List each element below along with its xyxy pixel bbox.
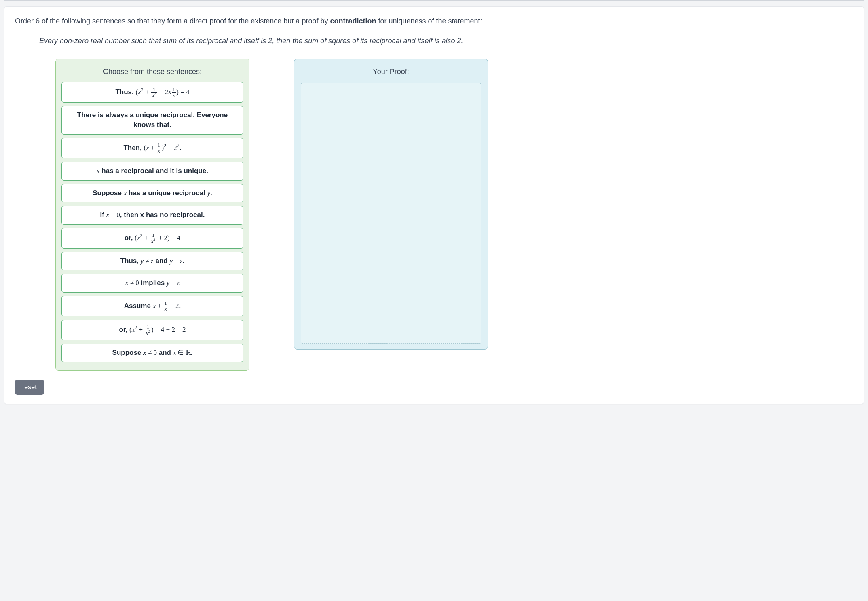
txt: Suppose bbox=[93, 189, 124, 197]
math-expr: (x + 1x)2 = 22 bbox=[144, 144, 179, 152]
sentence-prefix: or, bbox=[119, 326, 129, 333]
sentence-prefix: or, bbox=[125, 234, 135, 242]
txt: Suppose bbox=[112, 349, 144, 356]
proof-drop-zone[interactable] bbox=[301, 83, 481, 344]
math-expr: x ≠ 0 bbox=[125, 279, 139, 287]
sentence-item[interactable]: Thus, (x2 + 1x2 + 2x1x) = 4 bbox=[61, 82, 243, 103]
sentence-suffix: . bbox=[179, 302, 181, 310]
sentence-item[interactable]: or, (x2 + 1x2) = 4 − 2 = 2 bbox=[61, 320, 243, 340]
sentence-text: There is always a unique reciprocal. Eve… bbox=[77, 111, 228, 129]
sentence-item[interactable]: Then, (x + 1x)2 = 22. bbox=[61, 138, 243, 158]
math-expr: (x2 + 1x2 + 2) = 4 bbox=[135, 234, 180, 242]
math-expr: x + 1x = 2 bbox=[153, 302, 179, 310]
sentence-item[interactable]: Assume x + 1x = 2. bbox=[61, 296, 243, 316]
math-expr: y bbox=[207, 189, 211, 197]
math-expr: y = z bbox=[167, 279, 180, 287]
txt: . bbox=[183, 257, 185, 265]
txt: , then x has no reciprocal. bbox=[120, 211, 205, 219]
math-expr: x ∈ ℝ bbox=[173, 349, 191, 356]
top-divider bbox=[4, 0, 864, 1]
prompt-bold: contradiction bbox=[330, 17, 376, 25]
question-card: Order 6 of the following sentences so th… bbox=[4, 6, 864, 404]
sentence-item[interactable]: x ≠ 0 implies y = z bbox=[61, 274, 243, 293]
target-panel-title: Your Proof: bbox=[300, 64, 482, 82]
reset-button[interactable]: reset bbox=[15, 380, 44, 395]
sentence-item[interactable]: x has a reciprocal and it is unique. bbox=[61, 162, 243, 181]
math-expr: y ≠ z bbox=[141, 257, 154, 265]
math-expr: (x2 + 1x2) = 4 − 2 = 2 bbox=[129, 326, 186, 333]
math-expr: x = 0 bbox=[106, 211, 120, 219]
columns: Choose from these sentences: Thus, (x2 +… bbox=[15, 59, 853, 371]
txt: implies bbox=[139, 279, 167, 287]
txt: Thus, bbox=[120, 257, 141, 265]
target-panel: Your Proof: bbox=[294, 59, 488, 350]
txt: has a unique reciprocal bbox=[127, 189, 207, 197]
source-panel: Choose from these sentences: Thus, (x2 +… bbox=[55, 59, 249, 371]
txt: and bbox=[154, 257, 170, 265]
math-expr: x bbox=[97, 167, 100, 175]
txt: and bbox=[157, 349, 173, 356]
txt: . bbox=[191, 349, 193, 356]
math-expr: y = z bbox=[169, 257, 182, 265]
math-expr: x ≠ 0 bbox=[143, 349, 157, 356]
prompt-post: for uniqueness of the statement: bbox=[376, 17, 482, 25]
sentence-item[interactable]: Suppose x ≠ 0 and x ∈ ℝ. bbox=[61, 344, 243, 363]
sentence-prefix: Thus, bbox=[115, 88, 135, 96]
math-expr: (x2 + 1x2 + 2x1x) = 4 bbox=[135, 88, 189, 96]
txt: . bbox=[210, 189, 212, 197]
sentence-item[interactable]: If x = 0, then x has no reciprocal. bbox=[61, 206, 243, 225]
txt: If bbox=[100, 211, 106, 219]
sentence-prefix: Then, bbox=[123, 144, 144, 152]
sentence-item[interactable]: Suppose x has a unique reciprocal y. bbox=[61, 184, 243, 203]
sentence-text: has a reciprocal and it is unique. bbox=[100, 167, 208, 175]
sentence-item[interactable]: or, (x2 + 1x2 + 2) = 4 bbox=[61, 228, 243, 249]
prompt-pre: Order 6 of the following sentences so th… bbox=[15, 17, 330, 25]
sentence-item[interactable]: Thus, y ≠ z and y = z. bbox=[61, 252, 243, 271]
source-panel-title: Choose from these sentences: bbox=[61, 64, 243, 82]
sentence-item[interactable]: There is always a unique reciprocal. Eve… bbox=[61, 106, 243, 135]
statement-text: Every non-zero real number such that sum… bbox=[39, 36, 853, 46]
sentence-prefix: Assume bbox=[124, 302, 153, 310]
sentence-suffix: . bbox=[180, 144, 182, 152]
prompt-text: Order 6 of the following sentences so th… bbox=[15, 16, 853, 27]
